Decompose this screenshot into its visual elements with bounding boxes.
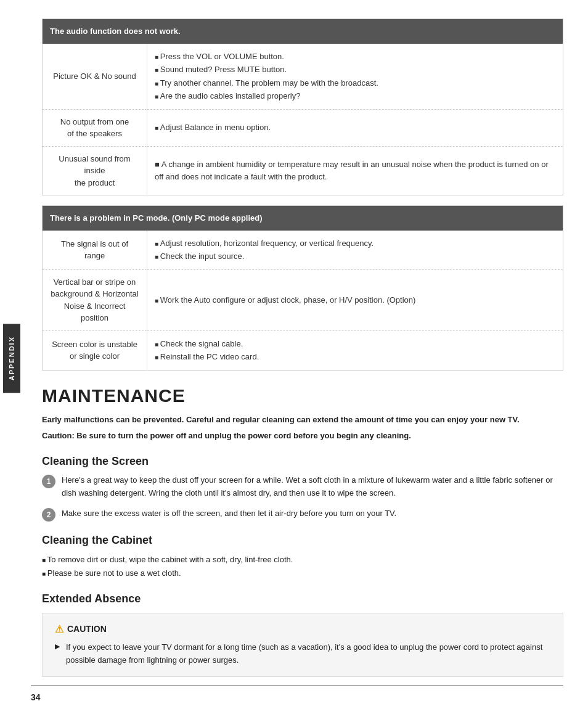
step1-text: Here's a great way to keep the dust off … bbox=[62, 474, 563, 500]
caution-title: ⚠ CAUTION bbox=[55, 623, 550, 635]
table-row: Vertical bar or stripe on background & H… bbox=[43, 269, 563, 330]
cleaning-cabinet-list: To remove dirt or dust, wipe the cabinet… bbox=[42, 553, 563, 580]
main-content: The audio function does not work. Pictur… bbox=[23, 0, 588, 717]
caution-box: ⚠ CAUTION If you expect to leave your TV… bbox=[42, 613, 563, 678]
bottom-line bbox=[31, 686, 563, 686]
pc-row3-desc: Check the signal cable. Reinstall the PC… bbox=[147, 330, 563, 370]
sidebar-label: APPENDIX bbox=[3, 324, 20, 393]
sidebar: APPENDIX bbox=[0, 0, 23, 717]
list-item: Reinstall the PC video card. bbox=[155, 350, 555, 364]
pc-row1-desc: Adjust resolution, horizontal frequency,… bbox=[147, 231, 563, 270]
pc-row1-label: The signal is out of range bbox=[43, 231, 147, 270]
audio-row1-desc: Press the VOL or VOLUME button. Sound mu… bbox=[147, 44, 563, 110]
cleaning-screen-step2: 2 Make sure the excess water is off the … bbox=[42, 507, 563, 522]
maintenance-intro1: Early malfunctions can be prevented. Car… bbox=[42, 414, 563, 427]
table-row: Picture OK & No sound Press the VOL or V… bbox=[43, 44, 563, 110]
page-number: 34 bbox=[31, 692, 41, 702]
extended-absence-heading: Extended Absence bbox=[42, 592, 563, 605]
maintenance-title: MAINTENANCE bbox=[42, 385, 563, 406]
pc-row3-label: Screen color is unstable or single color bbox=[43, 330, 147, 370]
list-item: Adjust resolution, horizontal frequency,… bbox=[155, 237, 555, 250]
list-item: Press the VOL or VOLUME button. bbox=[155, 50, 555, 64]
pc-row2-label: Vertical bar or stripe on background & H… bbox=[43, 269, 147, 330]
audio-row3-label: Unusual sound from insidethe product bbox=[43, 146, 147, 195]
audio-row2-desc: Adjust Balance in menu option. bbox=[147, 109, 563, 146]
maintenance-intro2-text: Caution: Be sure to turn the power off a… bbox=[42, 431, 411, 440]
step1-number: 1 bbox=[42, 475, 55, 488]
list-item: Check the signal cable. bbox=[155, 337, 555, 351]
pc-table-header: There is a problem in PC mode. (Only PC … bbox=[43, 206, 563, 231]
list-item: Please be sure not to use a wet cloth. bbox=[42, 567, 563, 580]
list-item: Sound muted? Press MUTE button. bbox=[155, 63, 555, 76]
list-item: Adjust Balance in menu option. bbox=[155, 121, 555, 134]
audio-row3-desc: ■ A change in ambient humidity or temper… bbox=[147, 146, 563, 195]
table-row: Unusual sound from insidethe product ■ A… bbox=[43, 146, 563, 195]
pc-row2-desc: Work the Auto configure or adjust clock,… bbox=[147, 269, 563, 330]
list-item: To remove dirt or dust, wipe the cabinet… bbox=[42, 553, 563, 567]
maintenance-intro1-text: Early malfunctions can be prevented. Car… bbox=[42, 415, 520, 424]
list-item: Try another channel. The problem may be … bbox=[155, 76, 555, 90]
cleaning-screen-step1: 1 Here's a great way to keep the dust of… bbox=[42, 474, 563, 500]
cleaning-screen-heading: Cleaning the Screen bbox=[42, 455, 563, 468]
list-item: Are the audio cables installed properly? bbox=[155, 89, 555, 103]
list-item: Check the input source. bbox=[155, 250, 555, 263]
table-row: The signal is out of range Adjust resolu… bbox=[43, 231, 563, 270]
table-row: No output from oneof the speakers Adjust… bbox=[43, 109, 563, 146]
audio-table-header: The audio function does not work. bbox=[43, 19, 563, 44]
audio-row2-label: No output from oneof the speakers bbox=[43, 109, 147, 146]
maintenance-intro2: Caution: Be sure to turn the power off a… bbox=[42, 430, 563, 443]
list-item: Work the Auto configure or adjust clock,… bbox=[155, 293, 555, 307]
caution-title-text: CAUTION bbox=[67, 624, 107, 634]
audio-table: The audio function does not work. Pictur… bbox=[42, 18, 563, 195]
table-row: Screen color is unstable or single color… bbox=[43, 330, 563, 370]
step2-number: 2 bbox=[42, 508, 55, 522]
caution-text: If you expect to leave your TV dormant f… bbox=[55, 641, 550, 667]
cleaning-cabinet-heading: Cleaning the Cabinet bbox=[42, 534, 563, 547]
audio-row1-label: Picture OK & No sound bbox=[43, 44, 147, 110]
pc-table: There is a problem in PC mode. (Only PC … bbox=[42, 205, 563, 371]
caution-triangle-icon: ⚠ bbox=[55, 623, 63, 635]
step2-text: Make sure the excess water is off the sc… bbox=[62, 507, 563, 520]
